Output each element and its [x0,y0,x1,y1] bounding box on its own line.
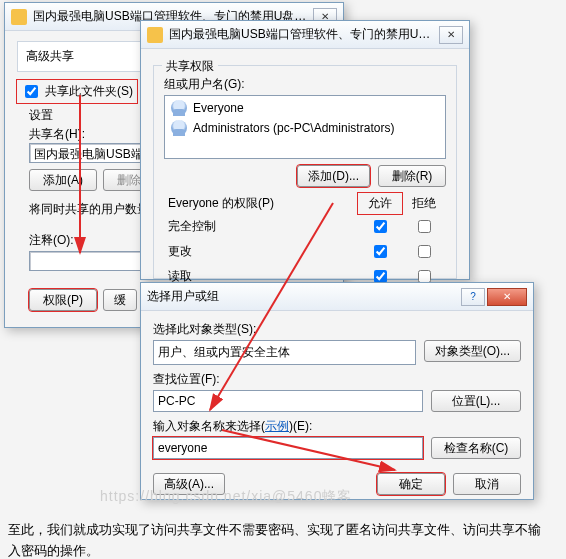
folder-icon [147,27,163,43]
col-allow: 允许 [358,193,402,214]
article-caption: 至此，我们就成功实现了访问共享文件不需要密码、实现了匿名访问共享文件、访问共享不… [8,520,550,559]
deny-fullcontrol[interactable] [418,220,431,233]
user-icon [171,100,187,116]
share-permissions-dialog: 国内最强电脑USB端口管理软件、专门的禁用U盘软... ✕ 共享权限 组或用户名… [140,20,470,280]
user-icon [171,120,187,136]
locations-button[interactable]: 位置(L)... [431,390,521,412]
location-value: PC-PC [153,390,423,412]
perm-row-change: 更改 [164,239,446,264]
share-name-value: 国内最强电脑USB端口 [34,147,143,163]
dialog3-title: 选择用户或组 [147,288,459,305]
permissions-button[interactable]: 权限(P) [29,289,97,311]
folder-icon [11,9,27,25]
user-row-admins[interactable]: Administrators (pc-PC\Administrators) [167,118,443,138]
allow-change[interactable] [374,245,387,258]
check-names-button[interactable]: 检查名称(C) [431,437,521,459]
users-listbox[interactable]: Everyone Administrators (pc-PC\Administr… [164,95,446,159]
col-deny: 拒绝 [402,193,446,214]
object-names-input[interactable] [153,437,423,459]
user-name: Everyone [193,101,244,115]
user-row-everyone[interactable]: Everyone [167,98,443,118]
remove-user-button[interactable]: 删除(R) [378,165,446,187]
dialog2-titlebar: 国内最强电脑USB端口管理软件、专门的禁用U盘软... ✕ [141,21,469,49]
close-icon[interactable]: ✕ [487,288,527,306]
share-folder-checkbox[interactable] [25,85,38,98]
perm-row-fullcontrol: 完全控制 [164,214,446,239]
select-users-dialog: 选择用户或组 ? ✕ 选择此对象类型(S): 用户、组或内置安全主体 对象类型(… [140,282,534,500]
help-icon[interactable]: ? [461,288,485,306]
share-name-combobox[interactable]: 国内最强电脑USB端口 [29,143,149,163]
add-user-button[interactable]: 添加(D)... [297,165,370,187]
share-folder-checkbox-row[interactable]: 共享此文件夹(S) [17,80,137,103]
dialog3-titlebar: 选择用户或组 ? ✕ [141,283,533,311]
comment-input[interactable] [29,251,149,271]
names-label: 输入对象名称来选择(示例)(E): [153,418,521,435]
cancel-button[interactable]: 取消 [453,473,521,495]
dialog2-title: 国内最强电脑USB端口管理软件、专门的禁用U盘软... [169,26,437,43]
tab-advanced-sharing[interactable]: 高级共享 [26,49,74,63]
close-icon[interactable]: ✕ [439,26,463,44]
share-perm-legend: 共享权限 [162,58,218,75]
object-types-button[interactable]: 对象类型(O)... [424,340,521,362]
share-folder-label: 共享此文件夹(S) [45,83,133,100]
allow-fullcontrol[interactable] [374,220,387,233]
advanced-button[interactable]: 高级(A)... [153,473,225,495]
location-label: 查找位置(F): [153,371,521,388]
object-type-label: 选择此对象类型(S): [153,321,521,338]
deny-change[interactable] [418,245,431,258]
users-label: 组或用户名(G): [164,76,446,93]
caching-button[interactable]: 缓 [103,289,137,311]
user-name: Administrators (pc-PC\Administrators) [193,121,394,135]
perm-header: Everyone 的权限(P) [164,193,358,214]
example-link[interactable]: 示例 [265,419,289,433]
add-share-button[interactable]: 添加(A) [29,169,97,191]
ok-button[interactable]: 确定 [377,473,445,495]
object-type-value: 用户、组或内置安全主体 [153,340,416,365]
